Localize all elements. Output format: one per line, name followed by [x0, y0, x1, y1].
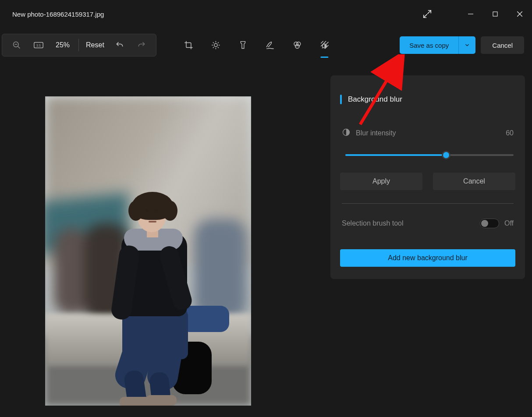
apply-button[interactable]: Apply	[340, 173, 422, 190]
slider-thumb[interactable]	[442, 151, 450, 159]
blur-intensity-label: Blur intensity	[356, 129, 396, 137]
window-title: New photo-1689624159317.jpg	[12, 11, 104, 18]
zoom-controls: 1:1 25% Reset	[2, 34, 156, 57]
blur-intensity-value: 60	[506, 129, 514, 137]
selection-brush-label: Selection brush tool	[342, 219, 404, 227]
erase-icon[interactable]	[286, 35, 308, 55]
svg-point-20	[295, 44, 299, 48]
svg-point-9	[214, 43, 217, 46]
markup-icon[interactable]	[259, 35, 281, 55]
svg-line-15	[218, 47, 219, 48]
panel-accent-bar	[340, 95, 342, 104]
fit-to-screen-icon[interactable]: 1:1	[28, 35, 50, 55]
reset-button[interactable]: Reset	[82, 41, 109, 49]
redo-icon[interactable]	[131, 35, 153, 55]
background-blur-icon[interactable]	[313, 35, 335, 55]
zoom-out-icon[interactable]	[6, 35, 28, 55]
svg-line-16	[213, 47, 214, 48]
zoom-percent[interactable]: 25%	[50, 41, 76, 49]
background-blur-panel: Background blur Blur intensity 60 Apply …	[330, 75, 525, 279]
svg-line-17	[218, 42, 219, 43]
selection-brush-toggle[interactable]	[480, 219, 499, 228]
save-split-button: Save as copy	[400, 36, 475, 54]
svg-text:1:1: 1:1	[36, 44, 41, 47]
crop-icon[interactable]	[177, 35, 199, 55]
fullscreen-icon[interactable]	[422, 9, 432, 19]
svg-rect-1	[493, 12, 497, 16]
edit-mode-tabs	[177, 35, 335, 55]
svg-line-21	[321, 41, 323, 44]
svg-point-19	[297, 42, 301, 46]
selection-brush-state: Off	[504, 219, 514, 227]
svg-line-5	[18, 46, 20, 49]
maximize-button[interactable]	[483, 5, 507, 23]
workspace: Background blur Blur intensity 60 Apply …	[0, 62, 532, 417]
adjust-icon[interactable]	[205, 35, 227, 55]
add-background-blur-button[interactable]: Add new background blur	[340, 249, 515, 267]
title-bar: New photo-1689624159317.jpg	[0, 0, 532, 28]
photo-canvas[interactable]	[45, 96, 251, 406]
blur-intensity-icon	[342, 128, 351, 138]
editor-toolbar: 1:1 25% Reset	[0, 28, 532, 62]
cancel-button[interactable]: Cancel	[481, 36, 524, 54]
panel-title: Background blur	[348, 95, 402, 104]
save-as-copy-button[interactable]: Save as copy	[400, 36, 459, 54]
divider	[342, 203, 514, 204]
close-button[interactable]	[507, 5, 532, 23]
divider	[78, 39, 79, 51]
svg-line-14	[213, 42, 214, 43]
minimize-button[interactable]	[458, 5, 483, 23]
undo-icon[interactable]	[109, 35, 131, 55]
panel-cancel-button[interactable]: Cancel	[433, 173, 515, 190]
save-dropdown-button[interactable]	[459, 36, 475, 54]
filter-icon[interactable]	[232, 35, 254, 55]
blur-intensity-slider[interactable]	[345, 149, 514, 161]
